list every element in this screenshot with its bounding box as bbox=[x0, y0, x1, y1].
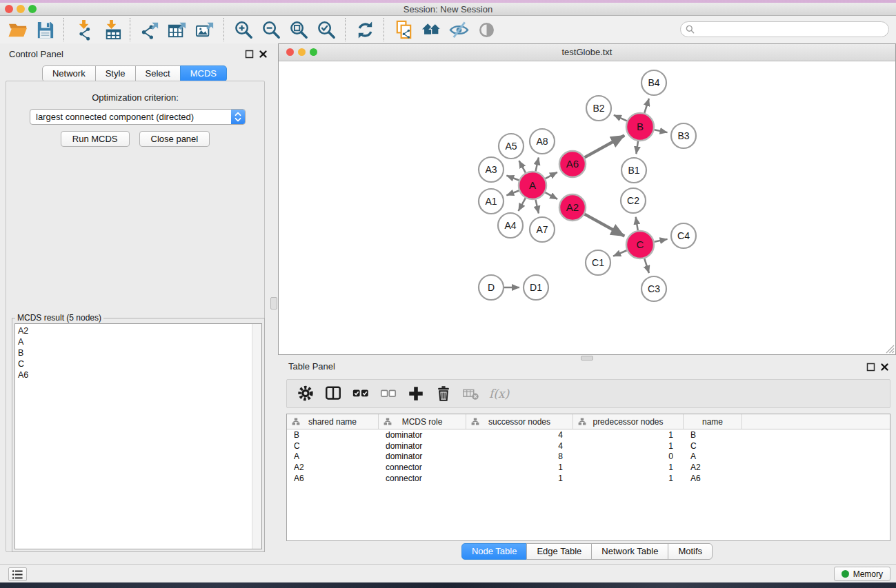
node-A8[interactable]: A8 bbox=[530, 129, 555, 154]
edge-A-A2[interactable] bbox=[545, 192, 557, 199]
table-cell[interactable]: A bbox=[287, 452, 379, 461]
edge-C-C1[interactable] bbox=[613, 250, 627, 256]
home-button[interactable] bbox=[417, 17, 445, 42]
tab-select[interactable]: Select bbox=[135, 65, 181, 82]
mcds-result-item[interactable]: A bbox=[15, 336, 261, 347]
open-folder-button[interactable] bbox=[3, 17, 31, 42]
node-C2[interactable]: C2 bbox=[621, 188, 646, 213]
mcds-result-item[interactable]: B bbox=[15, 347, 261, 358]
trash-button[interactable] bbox=[434, 383, 452, 404]
node-C[interactable]: C bbox=[626, 231, 654, 258]
memory-button[interactable]: Memory bbox=[834, 567, 890, 581]
column-header-successor-nodes[interactable]: successor nodes bbox=[466, 414, 573, 429]
edge-B-B2[interactable] bbox=[614, 115, 627, 121]
node-C4[interactable]: C4 bbox=[671, 223, 696, 248]
divider-grip[interactable] bbox=[270, 297, 277, 310]
table-row[interactable]: Cdominator41C bbox=[287, 440, 890, 452]
task-history-button[interactable] bbox=[8, 567, 27, 581]
table-cell[interactable]: 1 bbox=[573, 441, 684, 451]
table-row[interactable]: Bdominator41B bbox=[287, 429, 890, 440]
run-mcds-button[interactable]: Run MCDS bbox=[61, 131, 130, 147]
tab-mcds[interactable]: MCDS bbox=[180, 65, 227, 82]
export-network-button[interactable] bbox=[136, 17, 163, 42]
table-cell[interactable]: dominator bbox=[379, 441, 466, 451]
float-icon[interactable] bbox=[244, 49, 255, 59]
table-cell[interactable]: 1 bbox=[466, 463, 573, 472]
edge-A-A1[interactable] bbox=[506, 191, 519, 196]
table-cell[interactable]: 1 bbox=[573, 430, 684, 440]
edge-A-A5[interactable] bbox=[519, 161, 526, 172]
node-A2[interactable]: A2 bbox=[559, 194, 586, 221]
edge-A-A8[interactable] bbox=[535, 157, 538, 171]
zoom-fit-button[interactable] bbox=[285, 17, 312, 42]
table-cell[interactable]: 8 bbox=[466, 452, 573, 461]
table-row[interactable]: A2connector11A2 bbox=[287, 462, 890, 473]
check-all-button[interactable] bbox=[351, 383, 370, 404]
table-cell[interactable]: A6 bbox=[287, 474, 379, 483]
edge-A6-B[interactable] bbox=[585, 136, 625, 158]
node-B1[interactable]: B1 bbox=[621, 158, 646, 183]
zoom-in-button[interactable] bbox=[230, 17, 257, 42]
split-pane-button[interactable] bbox=[323, 383, 342, 404]
column-header-predecessor-nodes[interactable]: predecessor nodes bbox=[573, 414, 684, 429]
optimization-criterion-dropdown[interactable]: largest connected component (directed) bbox=[30, 109, 246, 125]
table-cell[interactable]: A2 bbox=[287, 463, 379, 472]
node-C1[interactable]: C1 bbox=[586, 250, 610, 275]
node-B[interactable]: B bbox=[626, 113, 654, 141]
table-cell[interactable]: C bbox=[287, 441, 379, 451]
table-cell[interactable]: 4 bbox=[466, 441, 573, 451]
edge-C-C2[interactable] bbox=[636, 217, 638, 231]
edge-B-B3[interactable] bbox=[655, 130, 668, 132]
node-A6[interactable]: A6 bbox=[559, 151, 586, 177]
close-icon[interactable] bbox=[879, 362, 890, 372]
node-D[interactable]: D bbox=[479, 275, 504, 300]
edge-B-B1[interactable] bbox=[636, 141, 638, 154]
search-box[interactable] bbox=[680, 21, 889, 37]
table-cell[interactable]: 0 bbox=[573, 452, 684, 461]
table-cell[interactable]: B bbox=[287, 430, 379, 440]
table-row[interactable]: A6connector11A6 bbox=[287, 473, 890, 484]
mcds-result-list[interactable]: A2ABCA6 bbox=[14, 323, 262, 549]
plus-button[interactable] bbox=[406, 383, 425, 404]
refresh-button[interactable] bbox=[351, 17, 379, 42]
node-A1[interactable]: A1 bbox=[479, 189, 504, 214]
table-cell[interactable]: dominator bbox=[379, 430, 466, 440]
edge-A-A3[interactable] bbox=[506, 176, 519, 181]
mcds-result-item[interactable]: A2 bbox=[15, 325, 261, 336]
column-header-shared-name[interactable]: shared name bbox=[287, 414, 379, 429]
import-network-button[interactable] bbox=[70, 17, 97, 42]
tab-style[interactable]: Style bbox=[95, 65, 136, 82]
node-D1[interactable]: D1 bbox=[524, 275, 548, 300]
import-table-button[interactable] bbox=[97, 17, 125, 42]
node-A7[interactable]: A7 bbox=[530, 217, 555, 242]
table-cell[interactable]: connector bbox=[379, 474, 466, 483]
mcds-result-item[interactable]: C bbox=[15, 358, 261, 369]
table-cell[interactable]: 1 bbox=[573, 474, 684, 483]
node-B2[interactable]: B2 bbox=[586, 96, 611, 121]
node-A[interactable]: A bbox=[519, 172, 546, 199]
node-B4[interactable]: B4 bbox=[641, 70, 666, 95]
column-header-MCDS-role[interactable]: MCDS role bbox=[379, 414, 466, 429]
tab-node-table[interactable]: Node Table bbox=[461, 543, 528, 560]
float-icon[interactable] bbox=[866, 362, 876, 372]
table-cell[interactable]: connector bbox=[379, 463, 466, 472]
close-panel-button[interactable]: Close panel bbox=[139, 131, 210, 147]
search-input[interactable] bbox=[698, 23, 888, 36]
edge-A-A7[interactable] bbox=[535, 200, 538, 214]
node-A3[interactable]: A3 bbox=[479, 157, 504, 182]
node-B3[interactable]: B3 bbox=[671, 123, 696, 148]
table-cell[interactable]: dominator bbox=[379, 452, 466, 461]
eye-button[interactable] bbox=[472, 17, 500, 42]
mcds-result-item[interactable]: A6 bbox=[15, 369, 261, 381]
node-C3[interactable]: C3 bbox=[641, 276, 666, 301]
table-cell[interactable]: 1 bbox=[573, 463, 684, 472]
table-cell[interactable]: A2 bbox=[684, 463, 742, 472]
resize-grip-icon[interactable] bbox=[885, 344, 895, 354]
table-cell[interactable]: A6 bbox=[684, 474, 742, 483]
tab-edge-table[interactable]: Edge Table bbox=[526, 543, 592, 560]
table-cell[interactable]: B bbox=[684, 430, 742, 440]
tab-network[interactable]: Network bbox=[42, 65, 96, 82]
edge-A2-C[interactable] bbox=[585, 214, 625, 236]
table-cell[interactable]: 1 bbox=[466, 474, 573, 483]
export-image-button[interactable] bbox=[191, 17, 219, 42]
